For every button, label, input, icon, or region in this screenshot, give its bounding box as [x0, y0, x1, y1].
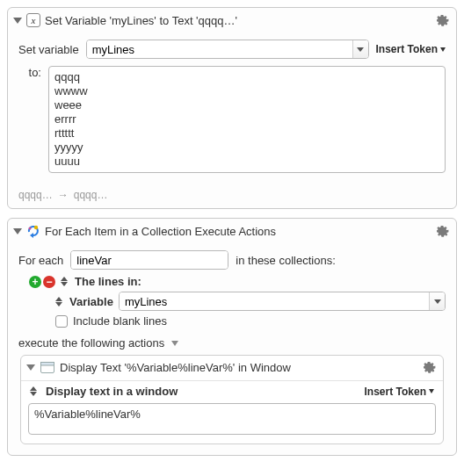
collection-variable-dropdown[interactable]	[429, 292, 445, 310]
add-collection-button[interactable]: +	[29, 276, 41, 288]
divider	[21, 380, 443, 381]
insert-token-label: Insert Token	[376, 43, 438, 55]
include-blank-checkbox[interactable]	[55, 315, 68, 328]
chevron-down-icon	[440, 47, 446, 52]
gear-icon[interactable]	[422, 360, 436, 374]
action-title: For Each Item in a Collection Execute Ac…	[45, 225, 431, 238]
action-set-variable: x Set Variable 'myLines' to Text 'qqqq…'…	[7, 7, 457, 209]
variable-name-select[interactable]	[86, 40, 369, 59]
in-collections-label: in these collections:	[236, 254, 335, 267]
for-each-row: For each in these collections:	[18, 250, 446, 270]
set-variable-label: Set variable	[18, 43, 79, 56]
action-header: Display Text '%Variable%lineVar%' in Win…	[21, 356, 443, 377]
display-text-input[interactable]: %Variable%lineVar%	[28, 403, 436, 435]
insert-token-button[interactable]: Insert Token	[365, 386, 434, 398]
svg-point-1	[34, 226, 38, 229]
to-label: to:	[18, 66, 41, 79]
arrow-icon: →	[58, 189, 69, 201]
insert-token-button[interactable]: Insert Token	[376, 43, 446, 55]
action-title: Display Text '%Variable%lineVar%' in Win…	[60, 361, 417, 374]
action-body: Set variable Insert Token to: qqqq wwww …	[8, 32, 456, 185]
variable-name-dropdown[interactable]	[352, 40, 368, 58]
display-mode-row: Display text in a window Insert Token	[21, 385, 443, 398]
disclosure-icon[interactable]	[13, 228, 22, 234]
loop-variable-select[interactable]	[70, 250, 228, 270]
chevron-down-icon	[357, 47, 364, 52]
disclosure-icon[interactable]	[171, 341, 178, 346]
collection-variable-input[interactable]	[120, 292, 429, 310]
action-header: For Each Item in a Collection Execute Ac…	[8, 219, 456, 243]
disclosure-icon[interactable]	[26, 364, 35, 371]
svg-rect-4	[41, 362, 54, 365]
action-for-each: For Each Item in a Collection Execute Ac…	[7, 218, 457, 456]
collection-type-stepper[interactable]	[61, 277, 69, 286]
source-type-stepper[interactable]	[55, 297, 64, 307]
collection-header-row: + − The lines in:	[29, 275, 446, 288]
set-variable-row: Set variable Insert Token	[18, 40, 446, 59]
execute-label: execute the following actions	[18, 336, 164, 350]
lines-in-label: The lines in:	[75, 275, 141, 288]
window-icon	[40, 362, 54, 373]
display-mode-label: Display text in a window	[46, 385, 358, 398]
gear-icon[interactable]	[435, 224, 449, 238]
variable-icon: x	[26, 13, 40, 27]
add-remove-controls: + −	[29, 276, 55, 288]
collection-block: + − The lines in: Variable Include blank…	[29, 275, 446, 328]
for-each-label: For each	[18, 254, 63, 267]
collection-variable-select[interactable]	[119, 292, 446, 311]
loop-variable-input[interactable]	[71, 251, 228, 269]
disclosure-icon[interactable]	[13, 18, 22, 24]
include-blank-row: Include blank lines	[29, 314, 446, 328]
include-blank-label: Include blank lines	[73, 314, 167, 328]
svg-point-2	[29, 227, 32, 230]
gear-icon[interactable]	[435, 13, 449, 27]
action-title: Set Variable 'myLines' to Text 'qqqq…'	[45, 14, 431, 27]
text-value-textarea[interactable]: qqqq wwww weee errrr rttttt yyyyy uuuu	[48, 66, 446, 173]
to-row: to: qqqq wwww weee errrr rttttt yyyyy uu…	[18, 66, 446, 173]
result-preview: qqqq… → qqqq…	[8, 185, 456, 208]
insert-token-label: Insert Token	[365, 386, 426, 398]
chevron-down-icon	[434, 299, 441, 304]
svg-marker-0	[30, 233, 33, 238]
display-mode-stepper[interactable]	[30, 386, 39, 396]
remove-collection-button[interactable]: −	[43, 276, 55, 288]
action-header: x Set Variable 'myLines' to Text 'qqqq…'	[8, 8, 456, 32]
chevron-down-icon	[429, 389, 434, 393]
collection-variable-row: Variable	[29, 292, 446, 311]
result-from: qqqq…	[18, 189, 53, 201]
action-body: For each in these collections: + − The l…	[8, 243, 456, 455]
foreach-icon	[26, 224, 40, 238]
execute-row: execute the following actions	[18, 336, 446, 350]
result-to: qqqq…	[74, 189, 108, 201]
variable-label: Variable	[69, 295, 113, 308]
action-display-text: Display Text '%Variable%lineVar%' in Win…	[20, 355, 444, 444]
variable-name-input[interactable]	[87, 40, 352, 58]
